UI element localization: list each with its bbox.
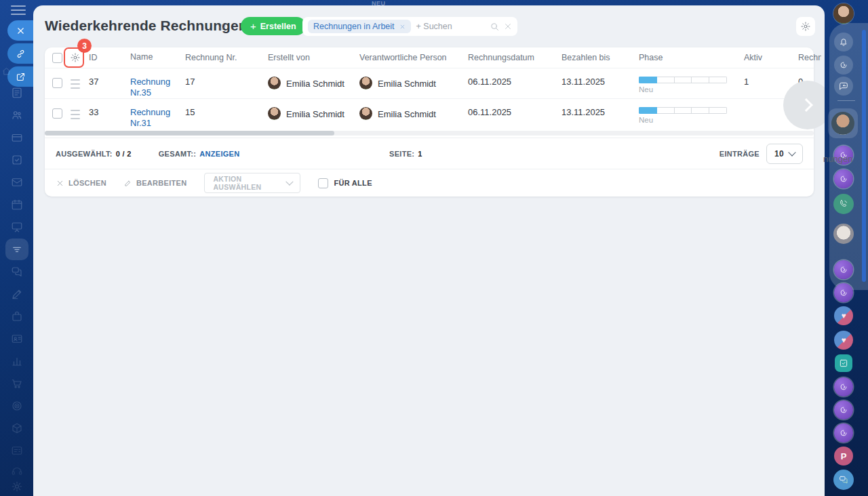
calls-chat-avatar[interactable] [833, 194, 854, 214]
responsible-name[interactable]: Emilia Schmidt [378, 109, 436, 119]
horizontal-scrollbar-thumb[interactable] [45, 131, 334, 136]
sidebar-item-calendar[interactable] [11, 199, 23, 211]
row-checkbox[interactable] [52, 78, 62, 88]
column-header-responsible[interactable]: Verantwortliche Person [359, 53, 468, 62]
sidebar-item-support[interactable] [11, 465, 23, 477]
sidebar-item-analytics[interactable] [11, 355, 23, 367]
sidebar-item-catalog[interactable] [11, 422, 23, 434]
group-chat-avatar[interactable] [833, 470, 854, 490]
responsible-name[interactable]: Emilia Schmidt [378, 79, 436, 89]
sidebar-item-chat[interactable] [11, 266, 23, 278]
delete-button[interactable]: LÖSCHEN [56, 179, 106, 187]
sidebar-item-wallet[interactable] [11, 131, 23, 144]
grid-settings-cell[interactable]: 3 [68, 52, 81, 63]
spiral-icon [838, 173, 849, 184]
show-total-link[interactable]: ANZEIGEN [199, 150, 239, 158]
entries-per-page-select[interactable]: 10 [766, 144, 803, 164]
cell-phase[interactable]: Neu [639, 77, 744, 94]
letter-p-chat-avatar[interactable]: P [834, 447, 853, 466]
table-row[interactable]: 33 Rechnung Nr.31 15 Emilia Schmidt Emil… [45, 98, 814, 129]
messenger-scrollbar[interactable] [862, 30, 866, 282]
phase-progress-bar[interactable] [639, 77, 727, 83]
cat-chat-avatar[interactable] [833, 224, 854, 244]
wallet-icon [11, 131, 23, 144]
external-link-icon [16, 72, 26, 82]
copy-link-button[interactable] [7, 43, 33, 64]
sidebar-item-employees[interactable] [11, 109, 23, 121]
bot-chat-avatar[interactable] [834, 169, 853, 188]
sidebar-item-mail[interactable] [11, 176, 23, 188]
notifications-button[interactable] [834, 33, 853, 51]
sidebar-item-documents[interactable] [11, 87, 23, 99]
action-select-dropdown[interactable]: AKTION AUSWÄHLEN [204, 173, 300, 193]
edit-button[interactable]: BEARBEITEN [124, 179, 187, 187]
filter-chip[interactable]: Rechnungen in Arbeit [308, 20, 411, 33]
sidebar-item-contacts[interactable] [11, 333, 23, 345]
sidebar-item-lists[interactable] [11, 445, 23, 457]
phase-progress-bar[interactable] [639, 107, 727, 114]
sidebar-item-workspace[interactable] [11, 310, 23, 323]
grid-actions-row: LÖSCHEN BEARBEITEN AKTION AUSWÄHLEN FÜR … [45, 169, 814, 197]
spiral-icon [838, 287, 849, 298]
column-header-phase[interactable]: Phase [639, 53, 744, 62]
sidebar-item-shop[interactable] [11, 377, 23, 390]
user-chat-avatar[interactable]: ♥ [834, 306, 853, 325]
row-drag-menu-icon[interactable] [68, 78, 81, 90]
created-by-name[interactable]: Emilia Schmidt [286, 109, 344, 119]
cell-invoice-no: 15 [185, 107, 268, 117]
column-header-pay-until[interactable]: Bezahlen bis [561, 53, 639, 62]
for-all-toggle[interactable]: FÜR ALLE [318, 178, 372, 188]
bot-chat-avatar[interactable] [834, 260, 853, 279]
sidebar-item-presentation[interactable] [11, 221, 23, 233]
column-header-created-by[interactable]: Erstellt von [268, 53, 359, 62]
cell-responsible: Emilia Schmidt [359, 77, 468, 89]
table-row[interactable]: 37 Rechnung Nr.35 17 Emilia Schmidt Emil… [45, 68, 814, 98]
settings-button[interactable] [796, 17, 815, 36]
select-all-checkbox[interactable] [52, 53, 62, 63]
row-checkbox[interactable] [52, 108, 62, 119]
search-input[interactable]: + Suchen [416, 22, 484, 31]
cell-created-by: Emilia Schmidt [268, 107, 359, 120]
sidebar-item-crm-active[interactable] [11, 243, 23, 255]
row-drag-menu-icon[interactable] [68, 108, 81, 121]
presentation-board-icon [11, 221, 23, 233]
created-by-name[interactable]: Emilia Schmidt [286, 79, 344, 89]
cell-name-link[interactable]: Rechnung Nr.35 [130, 77, 185, 99]
bot-chat-avatar[interactable] [834, 423, 853, 442]
pencil-icon [124, 180, 132, 187]
hamburger-menu-icon[interactable] [11, 5, 26, 18]
bot-chat-avatar[interactable] [834, 400, 853, 419]
column-header-id[interactable]: ID [89, 53, 130, 62]
chat-reply-button[interactable] [834, 77, 853, 96]
cell-phase[interactable]: Neu [639, 107, 744, 124]
column-header-invoices[interactable]: Rechnungen [798, 53, 821, 62]
pin-icon[interactable] [218, 22, 227, 35]
sidebar-item-settings[interactable] [11, 480, 23, 493]
bot-chat-avatar[interactable] [834, 377, 853, 396]
copilot-button[interactable] [834, 56, 853, 75]
filter-search-bar[interactable]: Rechnungen in Arbeit + Suchen [302, 17, 517, 36]
column-header-name[interactable]: Name [130, 52, 185, 63]
for-all-checkbox[interactable] [318, 178, 328, 188]
recent-chat-avatar[interactable] [828, 108, 858, 138]
selected-count: 0 / 2 [116, 150, 132, 158]
phase-label: Neu [639, 116, 744, 124]
clear-search-icon[interactable] [504, 22, 512, 30]
tasks-chat-avatar[interactable] [835, 354, 852, 372]
sidebar-item-tasks[interactable] [11, 154, 23, 166]
search-icon[interactable] [490, 22, 500, 32]
cell-name-link[interactable]: Rechnung Nr.31 [130, 107, 185, 129]
page-header: Wiederkehrende Rechnungen + Erstellen Re… [33, 5, 825, 47]
sidebar-item-marketing[interactable] [11, 400, 23, 412]
column-header-active[interactable]: Aktiv [744, 53, 798, 62]
bot-chat-avatar[interactable] [834, 283, 853, 302]
create-button[interactable]: + Erstellen [241, 17, 306, 35]
sidebar-item-sign[interactable] [11, 288, 23, 300]
column-header-invoice-no[interactable]: Rechnung Nr. [185, 53, 268, 62]
profile-avatar[interactable] [833, 3, 854, 24]
user-chat-avatar[interactable]: ♥ [834, 331, 853, 350]
spiral-icon [838, 264, 849, 275]
column-header-invoice-date[interactable]: Rechnungsdatum [468, 53, 561, 62]
close-button[interactable] [7, 20, 33, 41]
remove-filter-icon[interactable] [399, 24, 406, 30]
